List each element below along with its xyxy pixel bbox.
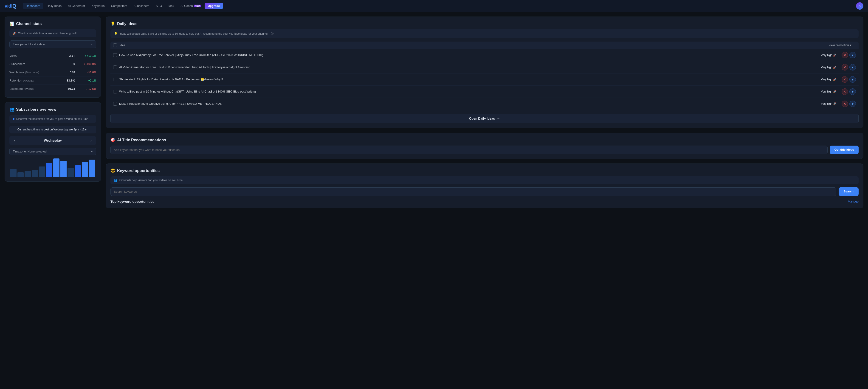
stat-label: Watch time (Total hours) <box>9 70 61 74</box>
keyword-banner-emoji: 👥 <box>114 179 117 182</box>
get-title-ideas-button[interactable]: Get title ideas <box>830 146 859 154</box>
save-idea-button-0[interactable]: ♥ <box>849 52 856 58</box>
idea-row: Write a Blog post in 10 Minutes without … <box>111 86 859 98</box>
top-keyword-opportunities-title: Top keyword opportunities <box>111 200 154 204</box>
chart-bar <box>10 169 17 177</box>
stat-row: Retention (Average) 33.3% ↑ +2.1% <box>9 77 96 85</box>
stat-row: Subscribers 0 ↓ -100.0% <box>9 60 96 68</box>
navbar: vidIQ Dashboard Daily Ideas AI Generator… <box>0 0 868 12</box>
nav-link-ai-generator[interactable]: AI Generator <box>65 3 88 9</box>
idea-text-0: How To Use Midjourney For Free Forever |… <box>119 53 818 57</box>
upgrade-button[interactable]: Upgrade <box>205 3 223 9</box>
reject-idea-button-3[interactable]: ✕ <box>842 88 848 95</box>
right-panel: 💡 Daily Ideas 💡 Ideas will update daily.… <box>105 17 863 208</box>
chart-bar <box>46 163 52 177</box>
stat-label: Estimated revenue <box>9 87 61 90</box>
manage-link[interactable]: Manage <box>848 200 859 203</box>
select-all-checkbox[interactable] <box>113 43 117 47</box>
chevron-down-icon: ▾ <box>91 42 93 46</box>
stat-change: ↓ -100.0% <box>78 62 96 66</box>
idea-score-3: Very high 🚀 <box>821 90 837 93</box>
bar-chart <box>9 158 96 177</box>
chart-bar <box>39 167 45 177</box>
channel-stats-title: 📊 Channel stats <box>9 21 96 26</box>
keyword-search-input[interactable] <box>111 187 836 196</box>
nav-link-keywords[interactable]: Keywords <box>89 3 107 9</box>
current-day-label: Wednesday <box>17 139 89 142</box>
reject-idea-button-1[interactable]: ✕ <box>842 64 848 70</box>
stat-row: Watch time (Total hours) 138 ↓ -51.6% <box>9 68 96 77</box>
stat-change: ↓ -51.6% <box>78 71 96 74</box>
idea-checkbox-4[interactable] <box>113 102 117 106</box>
title-input-row: Get title ideas <box>111 146 859 154</box>
avatar[interactable]: K <box>856 2 863 10</box>
stat-value: 0 <box>61 62 75 66</box>
idea-row: How To Use Midjourney For Free Forever |… <box>111 49 859 61</box>
timezone-selector[interactable]: Timezone: None selected ▾ <box>9 148 96 155</box>
reject-idea-button-2[interactable]: ✕ <box>842 76 848 83</box>
keyword-emoji: 😎 <box>111 168 115 173</box>
open-daily-ideas-button[interactable]: Open Daily Ideas → <box>111 114 859 123</box>
channel-stats-card: 📊 Channel stats 🚀 Check your stats to an… <box>5 17 101 98</box>
idea-actions-4: ✕ ♥ <box>842 100 856 107</box>
daily-ideas-title: 💡 Daily Ideas <box>111 21 859 26</box>
reject-idea-button-0[interactable]: ✕ <box>842 52 848 58</box>
view-prediction-col[interactable]: View prediction ▾ <box>829 43 851 47</box>
idea-actions-3: ✕ ♥ <box>842 88 856 95</box>
idea-text-1: AI Video Generator for Free | Text to Vi… <box>119 65 818 69</box>
stats-banner: 🚀 Check your stats to analyze your chann… <box>9 29 96 37</box>
idea-checkbox-3[interactable] <box>113 90 117 93</box>
nav-link-seo[interactable]: SEO <box>153 3 165 9</box>
idea-score-1: Very high 🚀 <box>821 66 837 69</box>
title-keywords-input[interactable] <box>111 146 828 154</box>
nav-link-competitors[interactable]: Competitors <box>108 3 130 9</box>
ideas-info-banner: 💡 Ideas will update daily. Save or dismi… <box>111 29 859 38</box>
idea-actions-0: ✕ ♥ <box>842 52 856 58</box>
ai-title-emoji: 🎯 <box>111 138 115 142</box>
top-keyword-row: Top keyword opportunities Manage <box>111 200 859 204</box>
chevron-down-icon: ▾ <box>850 43 851 47</box>
idea-text-3: Write a Blog post in 10 Minutes without … <box>119 90 818 94</box>
new-badge: NEW <box>194 5 201 7</box>
logo[interactable]: vidIQ <box>5 3 16 9</box>
idea-row: Shutterstock Eligible for Data Licensing… <box>111 73 859 86</box>
arrow-icon: → <box>497 117 500 120</box>
next-day-button[interactable]: › <box>89 138 93 143</box>
nav-link-subscribers[interactable]: Subscribers <box>131 3 152 9</box>
prev-day-button[interactable]: ‹ <box>12 138 17 143</box>
time-period-selector[interactable]: Time period: Last 7 days ▾ <box>9 40 96 48</box>
idea-checkbox-2[interactable] <box>113 78 117 81</box>
idea-score-0: Very high 🚀 <box>821 54 837 57</box>
save-idea-button-2[interactable]: ♥ <box>849 76 856 83</box>
idea-row: Make Professional Ad Creative using AI f… <box>111 98 859 110</box>
save-idea-button-3[interactable]: ♥ <box>849 88 856 95</box>
nav-link-ai-coach[interactable]: AI Coach NEW <box>178 3 204 9</box>
save-idea-button-4[interactable]: ♥ <box>849 100 856 107</box>
chart-bar <box>53 158 60 177</box>
subscribers-overview-card: 👥 Subscribers overview Discover the best… <box>5 102 101 182</box>
nav-link-max[interactable]: Max <box>166 3 177 9</box>
nav-link-daily-ideas[interactable]: Daily Ideas <box>44 3 64 9</box>
reject-idea-button-4[interactable]: ✕ <box>842 100 848 107</box>
dot-icon <box>12 118 14 120</box>
ai-title-card: 🎯 AI Title Recommendations Get title ide… <box>105 133 863 159</box>
idea-row: AI Video Generator for Free | Text to Vi… <box>111 61 859 73</box>
stat-change: ↑ +10.1% <box>78 54 96 57</box>
stat-value: 3.3T <box>61 54 75 57</box>
save-idea-button-1[interactable]: ♥ <box>849 64 856 70</box>
banner-emoji: 🚀 <box>12 32 16 35</box>
keyword-search-row: Search <box>111 187 859 196</box>
chart-bar <box>82 162 88 177</box>
idea-text-4: Make Professional Ad Creative using AI f… <box>119 102 818 106</box>
idea-score-4: Very high 🚀 <box>821 102 837 106</box>
idea-checkbox-0[interactable] <box>113 53 117 57</box>
keyword-banner: 👥 Keywords help viewers find your videos… <box>111 176 859 184</box>
nav-links: Dashboard Daily Ideas AI Generator Keywo… <box>23 3 852 9</box>
chart-bar <box>60 161 67 177</box>
idea-checkbox-1[interactable] <box>113 65 117 69</box>
stat-change: ↓ -17.5% <box>78 87 96 90</box>
nav-link-dashboard[interactable]: Dashboard <box>23 3 43 9</box>
stat-value: 33.3% <box>61 79 75 82</box>
search-button[interactable]: Search <box>839 187 859 196</box>
daily-ideas-emoji: 💡 <box>111 21 115 26</box>
